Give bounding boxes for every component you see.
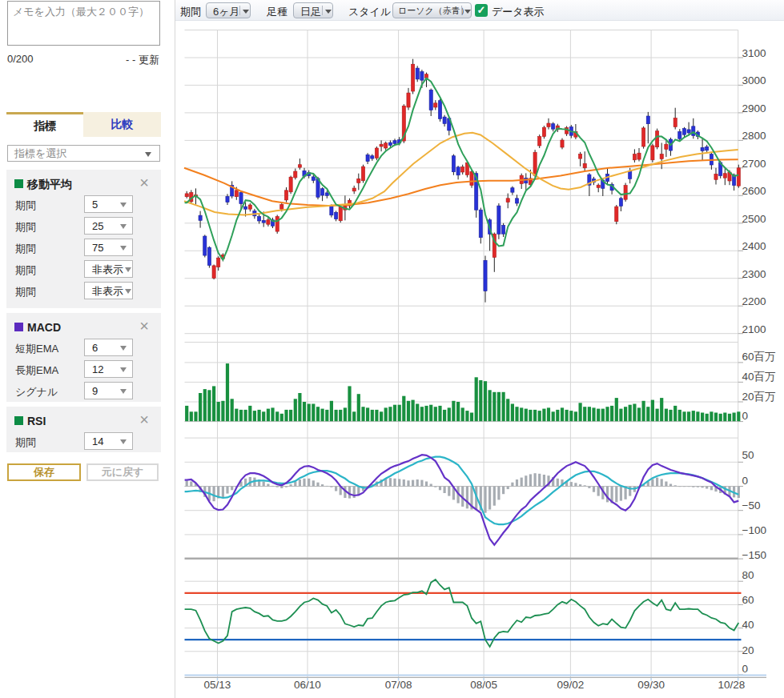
- svg-text:05/13: 05/13: [204, 679, 231, 691]
- svg-text:2900: 2900: [742, 102, 766, 114]
- svg-text:08/05: 08/05: [470, 679, 497, 691]
- svg-text:−100: −100: [742, 524, 766, 536]
- svg-text:2400: 2400: [742, 240, 766, 252]
- svg-text:−150: −150: [742, 549, 766, 561]
- svg-text:10/28: 10/28: [718, 679, 746, 691]
- svg-text:50: 50: [742, 449, 754, 461]
- svg-text:2700: 2700: [742, 158, 766, 170]
- svg-text:60百万: 60百万: [742, 351, 776, 363]
- svg-text:06/10: 06/10: [294, 679, 321, 691]
- svg-text:3000: 3000: [742, 74, 766, 86]
- svg-text:09/02: 09/02: [557, 679, 585, 691]
- svg-text:2500: 2500: [742, 213, 766, 225]
- svg-text:2100: 2100: [742, 323, 766, 335]
- svg-text:2200: 2200: [742, 295, 766, 307]
- svg-text:2800: 2800: [742, 130, 766, 142]
- svg-text:09/30: 09/30: [637, 679, 665, 691]
- svg-text:20: 20: [742, 644, 754, 656]
- svg-text:40: 40: [742, 619, 754, 631]
- svg-text:0: 0: [742, 475, 749, 487]
- svg-text:60: 60: [742, 594, 754, 606]
- svg-text:40百万: 40百万: [742, 371, 776, 383]
- svg-text:2300: 2300: [742, 268, 766, 280]
- svg-text:0: 0: [742, 663, 749, 675]
- svg-text:07/08: 07/08: [385, 679, 412, 691]
- svg-text:−50: −50: [742, 499, 761, 511]
- svg-text:0: 0: [742, 410, 749, 422]
- svg-text:3100: 3100: [742, 47, 766, 59]
- svg-text:80: 80: [742, 569, 754, 581]
- svg-text:2600: 2600: [742, 185, 766, 197]
- svg-text:20百万: 20百万: [742, 391, 776, 403]
